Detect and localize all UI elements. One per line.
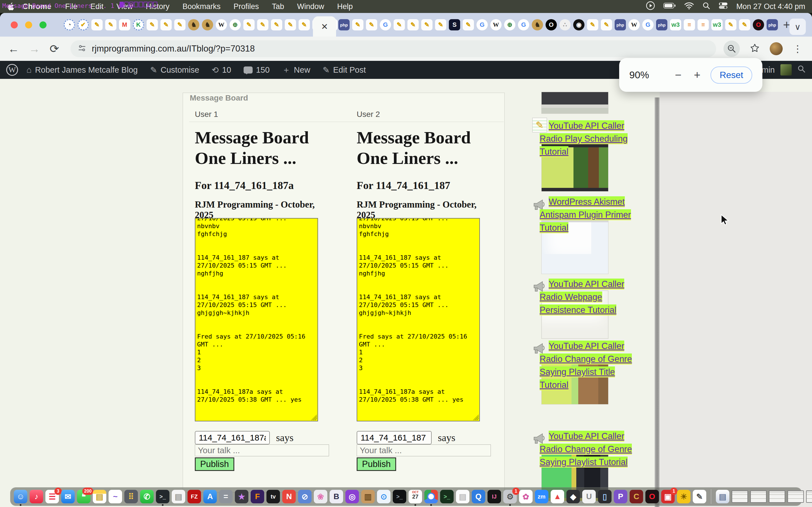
dock-minimized-window[interactable]	[750, 490, 767, 503]
sidebar-tutorial-link[interactable]: YouTube API Caller Radio Change of Genre…	[540, 431, 632, 467]
spotlight-icon[interactable]	[702, 2, 710, 11]
dock-messages[interactable]: ❝200	[77, 490, 91, 503]
tab-favicon-pencil[interactable]: ✎	[91, 19, 103, 31]
zoom-window-button[interactable]	[40, 21, 47, 29]
menu-item-help[interactable]: Help	[331, 2, 359, 11]
tab-favicon-sdark[interactable]: S	[449, 19, 460, 31]
tab-favicon-pencil[interactable]: ✎	[147, 19, 158, 31]
zoom-out-indicator-icon[interactable]	[723, 41, 740, 57]
admin-new-link[interactable]: ＋ New	[282, 64, 310, 76]
reload-icon[interactable]: ⟳	[50, 42, 59, 55]
dock-finder[interactable]: ☺	[14, 490, 28, 503]
dock-minimized-window[interactable]	[732, 490, 748, 503]
control-center-icon[interactable]	[719, 2, 728, 11]
minimize-window-button[interactable]	[25, 21, 32, 29]
dock-opera[interactable]: O	[645, 490, 659, 503]
dock-terminal[interactable]: >_	[156, 490, 169, 503]
admin-comments-link[interactable]: 150	[244, 65, 269, 75]
tab-favicon-pencil[interactable]: ✎	[394, 19, 405, 31]
tab-favicon-php[interactable]: php	[767, 19, 778, 31]
chat-log-textarea[interactable]: 27/10/2025 05:15 GMT ... nbvnbv fghfchjg…	[195, 218, 318, 421]
dock-tooth[interactable]: U	[582, 490, 596, 503]
dock-filezilla[interactable]: FZ	[188, 490, 201, 503]
menu-item-tab[interactable]: Tab	[265, 2, 291, 11]
tab-favicon-google[interactable]: G	[642, 19, 654, 31]
publish-button[interactable]: Publish	[357, 457, 396, 471]
dock-pixelmator[interactable]: ✿	[519, 490, 532, 503]
site-settings-icon[interactable]	[78, 44, 86, 54]
tab-favicon-stack[interactable]: ≡	[684, 19, 695, 31]
admin-edit-post-link[interactable]: ✎ Edit Post	[322, 65, 366, 75]
tab-favicon-pencil[interactable]: ✎	[601, 19, 612, 31]
dock-freeform[interactable]: ~	[109, 490, 122, 503]
tab-favicon-php[interactable]: php	[615, 19, 626, 31]
url-text[interactable]: rjmprogramming.com.au/ITblog/?p=70318	[92, 44, 255, 54]
admin-avatar[interactable]	[780, 64, 792, 75]
dock-calculator[interactable]: =	[219, 490, 233, 503]
tab-favicon-pencil[interactable]: ✎	[407, 19, 419, 31]
tab-favicon-pencil[interactable]: ✎	[463, 19, 474, 31]
dock-cat-app[interactable]: P	[614, 490, 627, 503]
dock-chrome[interactable]	[424, 490, 438, 503]
dock-ssh-terminal[interactable]: >_	[440, 490, 454, 503]
dock-launchpad[interactable]: ⠿	[124, 490, 138, 503]
menu-item-bookmarks[interactable]: Bookmarks	[176, 2, 227, 11]
dock-minimized-window[interactable]	[788, 490, 804, 503]
sidebar-thumbnail[interactable]	[541, 92, 608, 114]
wifi-icon[interactable]	[684, 2, 694, 11]
dock-imovie[interactable]: ★	[235, 490, 248, 503]
tab-favicon-pencil[interactable]: ✎	[421, 19, 433, 31]
tab-favicon-pencil[interactable]: ✎	[243, 19, 255, 31]
menu-item-profiles[interactable]: Profiles	[227, 2, 265, 11]
dock-apple-tv[interactable]: tv	[266, 490, 280, 503]
tab-favicon-pencil[interactable]: ✎	[435, 19, 446, 31]
tab-favicon-wiki[interactable]: W	[490, 19, 502, 31]
dock-mail[interactable]: ✉	[61, 490, 75, 503]
zoom-in-button[interactable]: +	[694, 69, 700, 81]
dock-safari[interactable]: ⊙	[377, 490, 391, 503]
dock-minimized-window[interactable]	[806, 490, 812, 503]
zoom-out-button[interactable]: −	[675, 69, 681, 81]
dock-photos[interactable]: ❀	[314, 490, 327, 503]
name-input[interactable]	[195, 431, 270, 445]
dock-intellij[interactable]: IJ	[488, 490, 501, 503]
dock-iphone-mirroring[interactable]: ▯	[598, 490, 612, 503]
profile-avatar[interactable]	[770, 42, 783, 55]
battery-icon[interactable]	[663, 2, 676, 11]
dock-lightbulb-app[interactable]: ☀	[677, 490, 691, 503]
dock-archive[interactable]: ▥	[361, 490, 375, 503]
sidebar-tutorial-link[interactable]: YouTube API Caller Radio Play Scheduling…	[540, 120, 627, 157]
tab-favicon-pencil[interactable]: ✎	[739, 19, 750, 31]
publish-button[interactable]: Publish	[195, 457, 234, 471]
name-input[interactable]	[357, 431, 432, 445]
tab-favicon-clock[interactable]: ◔	[64, 19, 75, 31]
tab-favicon-pencil[interactable]: ✎	[160, 19, 172, 31]
dock-settings[interactable]: ⚙1	[503, 490, 517, 503]
dock-preview[interactable]: ▤	[456, 490, 469, 503]
dock-minimized-window[interactable]	[769, 490, 785, 503]
dock-parallels[interactable]: ▣1	[661, 490, 675, 503]
tab-favicon-emu[interactable]: ♞	[532, 19, 543, 31]
tab-favicon-globe[interactable]: ⊕	[230, 19, 241, 31]
tab-favicon-odark[interactable]: O	[546, 19, 557, 31]
dock-news[interactable]: N	[282, 490, 296, 503]
dock-textedit[interactable]: ▤	[172, 490, 185, 503]
browser-menu-icon[interactable]: ⋮	[793, 43, 802, 54]
tab-favicon-wiki[interactable]: W	[628, 19, 640, 31]
textarea-resize-handle[interactable]	[311, 414, 317, 420]
tab-favicon-php[interactable]: php	[338, 19, 350, 31]
tab-favicon-pencil[interactable]: ✎	[105, 19, 116, 31]
dock-podcasts[interactable]: ◎	[345, 490, 359, 503]
sidebar-tutorial-link[interactable]: YouTube API Caller Radio Webpage Persist…	[540, 279, 624, 316]
admin-customise-link[interactable]: ✎ Customise	[150, 65, 199, 75]
forward-icon[interactable]: →	[29, 43, 40, 55]
play-circle-icon[interactable]	[646, 1, 655, 12]
talk-input[interactable]	[195, 445, 329, 456]
tab-favicon-dots[interactable]: ∴	[559, 19, 571, 31]
dock-bbedit[interactable]: B	[329, 490, 343, 503]
tab-search-chevron-icon[interactable]: ∨	[790, 18, 806, 35]
admin-search-icon[interactable]	[797, 65, 806, 75]
tab-favicon-php[interactable]: php	[656, 19, 667, 31]
tab-favicon-google[interactable]: G	[380, 19, 391, 31]
tab-favicon-pencil[interactable]: ✎	[174, 19, 186, 31]
